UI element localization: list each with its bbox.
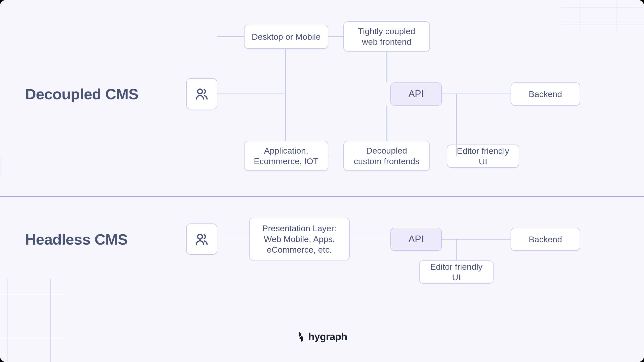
deco-line (0, 294, 65, 294)
node-api-headless: API (390, 228, 442, 251)
users-icon (195, 232, 209, 246)
diagram-canvas: Decoupled CMS (0, 0, 644, 362)
deco-line (50, 279, 51, 362)
brand-logo: hygraph (297, 331, 347, 342)
deco-line (8, 279, 8, 362)
node-editor-ui-decoupled: Editor friendly UI (447, 145, 519, 168)
node-tightly-coupled: Tightly coupled web frontend (343, 21, 430, 52)
svg-point-11 (198, 234, 203, 239)
node-app-iot: Application, Ecommerce, IOT (244, 141, 328, 171)
node-backend-decoupled: Backend (511, 82, 580, 106)
deco-line (0, 339, 65, 339)
brand-name: hygraph (308, 331, 347, 342)
node-decoupled-frontends: Decoupled custom frontends (343, 141, 430, 171)
users-icon-box-headless (186, 223, 217, 255)
hygraph-mark-icon (297, 332, 305, 342)
section-divider (0, 196, 644, 197)
node-presentation: Presentation Layer: Web Mobile, Apps, eC… (249, 218, 350, 260)
connector-headless (0, 196, 644, 327)
headless-title: Headless CMS (25, 231, 128, 248)
node-desktop-mobile: Desktop or Mobile (244, 25, 328, 49)
node-api-decoupled: API (390, 82, 442, 106)
node-editor-ui-headless: Editor friendly UI (419, 260, 494, 284)
node-backend-headless: Backend (511, 228, 580, 251)
